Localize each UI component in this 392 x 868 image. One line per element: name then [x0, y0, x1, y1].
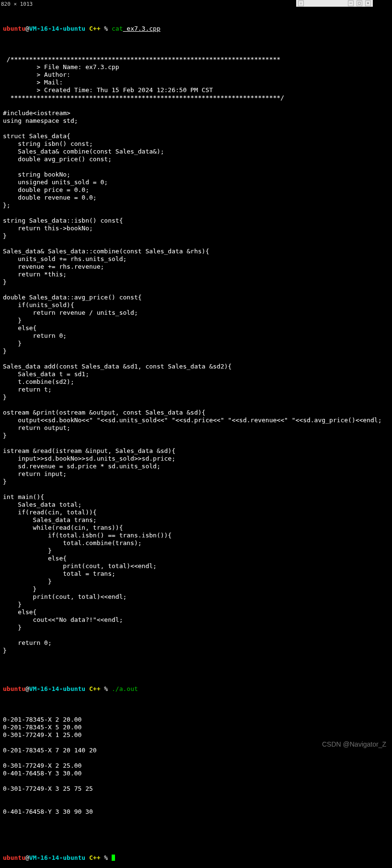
prompt-sep: %	[101, 685, 112, 692]
terminal[interactable]: ubuntu@VM-16-14-ubuntu C++ % cat ex7.3.c…	[0, 0, 392, 868]
code-line: double price = 0.0;	[3, 186, 389, 194]
cursor-icon	[112, 855, 115, 861]
code-line: istream &read(istream &input, Sales_data…	[3, 447, 389, 455]
code-line: }	[3, 278, 389, 286]
io-line: 0-201-78345-X 7 20 140 20	[3, 747, 389, 754]
code-line: }	[3, 585, 389, 593]
code-line: double Sales_data::avg_price() const{	[3, 294, 389, 301]
code-line: Sales_data t = sd1;	[3, 370, 389, 378]
code-line: double revenue = 0.0;	[3, 194, 389, 202]
code-line: unsigned units_sold = 0;	[3, 178, 389, 186]
io-line: 0-401-76458-Y 3 30 90 30	[3, 808, 389, 816]
code-line	[3, 440, 389, 447]
code-line: > Author:	[3, 71, 389, 79]
io-line	[3, 777, 389, 785]
code-line: units_sold += rhs.units_sold;	[3, 255, 389, 263]
io-line: 0-201-78345-X 5 20.00	[3, 724, 389, 731]
code-line: Sales_data total;	[3, 501, 389, 509]
prompt-at: @	[25, 25, 29, 32]
code-line: }	[3, 340, 389, 347]
prompt-host: VM-16-14-ubuntu	[29, 25, 85, 32]
code-line: else{	[3, 324, 389, 332]
prompt-line-2: ubuntu@VM-16-14-ubuntu C++ % ./a.out	[3, 685, 389, 693]
code-line: }	[3, 647, 389, 654]
code-line: }	[3, 347, 389, 355]
code-line	[3, 209, 389, 217]
code-line: return t;	[3, 386, 389, 393]
code-line: return revenue / units_sold;	[3, 309, 389, 317]
code-line: return 0;	[3, 332, 389, 340]
code-line	[3, 125, 389, 132]
code-line	[3, 102, 389, 109]
code-line: cout<<"No data?!"<<endl;	[3, 616, 389, 624]
code-line: while(read(cin, trans)){	[3, 524, 389, 532]
code-line: Sales_data& combine(const Sales_data&);	[3, 148, 389, 155]
prompt-host: VM-16-14-ubuntu	[29, 854, 85, 861]
prompt-path: C++	[85, 854, 100, 861]
code-line: if(read(cin, total)){	[3, 509, 389, 516]
io-line: 0-401-76458-Y 3 30.00	[3, 770, 389, 777]
code-line: }	[3, 624, 389, 631]
image-dimension-label: 820 × 1013	[1, 0, 33, 8]
io-line	[3, 739, 389, 747]
code-line: > File Name: ex7.3.cpp	[3, 63, 389, 71]
code-line: Sales_data& Sales_data::combine(const Sa…	[3, 248, 389, 255]
code-line: }	[3, 478, 389, 486]
code-line	[3, 286, 389, 294]
code-line: string isbn() const;	[3, 140, 389, 148]
code-line: ostream &print(ostream &output, const Sa…	[3, 409, 389, 416]
io-line: 0-301-77249-X 1 25.00	[3, 731, 389, 739]
command-arg-filename: ex7.3.cpp	[123, 25, 160, 32]
code-line: /***************************************…	[3, 56, 389, 63]
code-line: }	[3, 432, 389, 440]
prompt-path: C++	[85, 25, 100, 32]
code-line: return 0;	[3, 639, 389, 647]
code-line: revenue += rhs.revenue;	[3, 263, 389, 271]
code-line: struct Sales_data{	[3, 132, 389, 140]
io-line: 0-301-77249-X 2 25.00	[3, 762, 389, 770]
code-line: total.combine(trans);	[3, 539, 389, 547]
code-line: if(units_sold){	[3, 301, 389, 309]
prompt-path: C++	[85, 685, 100, 692]
io-line	[3, 800, 389, 808]
code-line	[3, 486, 389, 493]
prompt-sep: %	[101, 854, 112, 861]
io-line: 0-201-78345-X 2 20.00	[3, 716, 389, 724]
code-line	[3, 401, 389, 409]
code-line: sd.revenue = sd.price * sd.units_sold;	[3, 463, 389, 470]
code-line: string Sales_data::isbn() const{	[3, 217, 389, 225]
code-line: print(cout, total)<<endl;	[3, 593, 389, 601]
prompt-line-1: ubuntu@VM-16-14-ubuntu C++ % cat ex7.3.c…	[3, 25, 389, 33]
io-line	[3, 754, 389, 762]
code-line: }	[3, 232, 389, 240]
prompt-user: ubuntu	[3, 854, 25, 861]
code-line: return this->bookNo;	[3, 225, 389, 232]
code-line: t.combine(sd2);	[3, 378, 389, 386]
code-line: }	[3, 547, 389, 555]
code-line: return *this;	[3, 271, 389, 278]
code-line: return input;	[3, 470, 389, 478]
prompt-line-3: ubuntu@VM-16-14-ubuntu C++ %	[3, 854, 389, 862]
code-line: }	[3, 601, 389, 608]
prompt-sep: %	[101, 25, 112, 32]
prompt-host: VM-16-14-ubuntu	[29, 685, 85, 692]
code-line: print(cout, total)<<endl;	[3, 562, 389, 570]
code-line: input>>sd.bookNo>>sd.units_sold>>sd.pric…	[3, 455, 389, 463]
code-line: string bookNo;	[3, 171, 389, 178]
code-line: }	[3, 317, 389, 324]
command-run: ./a.out	[112, 685, 138, 692]
prompt-at: @	[25, 685, 29, 692]
code-line: #include<iostream>	[3, 109, 389, 117]
code-line: if(total.isbn() == trans.isbn()){	[3, 532, 389, 539]
io-line	[3, 816, 389, 823]
code-line: Sales_data trans;	[3, 516, 389, 524]
prompt-user: ubuntu	[3, 25, 25, 32]
code-line: else{	[3, 555, 389, 562]
io-line: 0-301-77249-X 3 25 75 25	[3, 785, 389, 793]
code-line: ****************************************…	[3, 94, 389, 102]
prompt-at: @	[25, 854, 29, 861]
code-line	[3, 163, 389, 171]
code-line: output<<sd.bookNo<<" "<<sd.units_sold<<"…	[3, 416, 389, 424]
code-line: double avg_price() const;	[3, 155, 389, 163]
code-line: }	[3, 393, 389, 401]
